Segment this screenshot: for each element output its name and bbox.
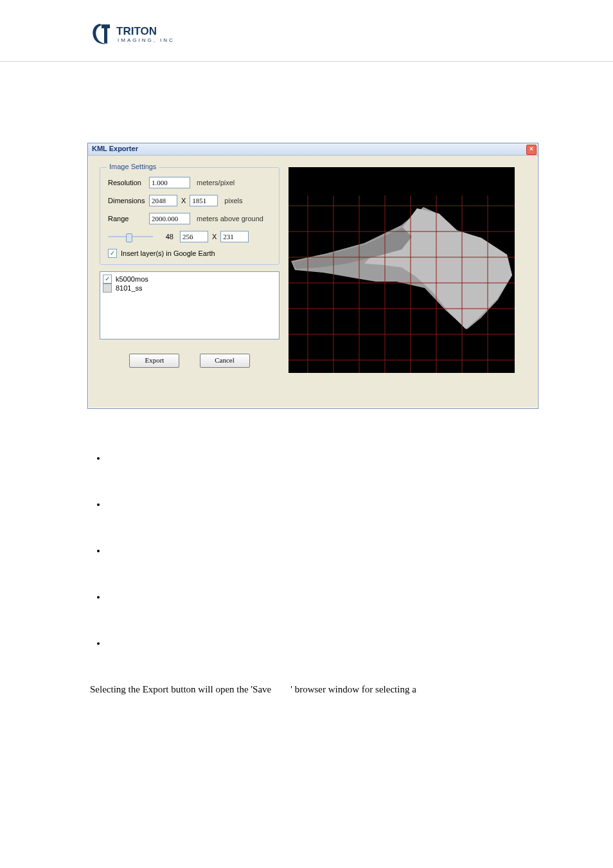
svg-text:TRITON: TRITON [116, 25, 157, 37]
range-input[interactable] [149, 213, 190, 224]
tile-width-input[interactable] [180, 231, 208, 242]
triton-logo: TRITON IMAGING, INC [89, 19, 191, 50]
tile-height-input[interactable] [220, 231, 249, 242]
layer-checkbox[interactable] [103, 284, 112, 293]
layer-name: 8101_ss [116, 284, 143, 292]
layer-list: k5000mos 8101_ss [100, 271, 280, 339]
list-item[interactable]: k5000mos [103, 275, 276, 284]
image-settings-group: Image Settings Resolution meters/pixel D… [100, 167, 280, 265]
close-icon[interactable]: × [526, 145, 537, 155]
slider-value: 48 [159, 233, 173, 240]
sentence-part-b: ' browser window for selecting a [290, 684, 416, 694]
cancel-button[interactable]: Cancel [200, 354, 250, 368]
resolution-label: Resolution [108, 179, 149, 186]
list-item[interactable]: 8101_ss [103, 284, 276, 293]
body-text: Selecting the Export button will open th… [90, 450, 540, 707]
layer-checkbox[interactable] [103, 275, 112, 284]
group-legend: Image Settings [107, 163, 159, 170]
x-separator-2: X [212, 233, 217, 240]
svg-text:IMAGING, INC: IMAGING, INC [118, 37, 175, 43]
dimensions-height-input[interactable] [190, 195, 218, 206]
dialog-title: KML Exporter [92, 145, 138, 152]
range-label: Range [108, 215, 149, 222]
range-unit: meters above ground [197, 215, 263, 222]
dimensions-unit: pixels [224, 197, 242, 204]
layer-name: k5000mos [116, 275, 148, 283]
titlebar: KML Exporter × [88, 143, 538, 156]
x-separator: X [181, 197, 186, 204]
tile-slider[interactable] [108, 232, 153, 241]
sentence-part-a: Selecting the Export button will open th… [90, 684, 271, 694]
dimensions-width-input[interactable] [149, 195, 177, 206]
preview-panel [289, 167, 515, 373]
resolution-unit: meters/pixel [197, 179, 235, 186]
insert-google-earth-label: Insert layer(s) in Google Earth [121, 249, 215, 257]
export-button[interactable]: Export [129, 354, 179, 368]
insert-google-earth-checkbox[interactable] [108, 249, 117, 258]
resolution-input[interactable] [149, 177, 190, 188]
dimensions-label: Dimensions [108, 197, 149, 204]
kml-exporter-dialog: KML Exporter × Image Settings Resolution… [87, 143, 538, 409]
